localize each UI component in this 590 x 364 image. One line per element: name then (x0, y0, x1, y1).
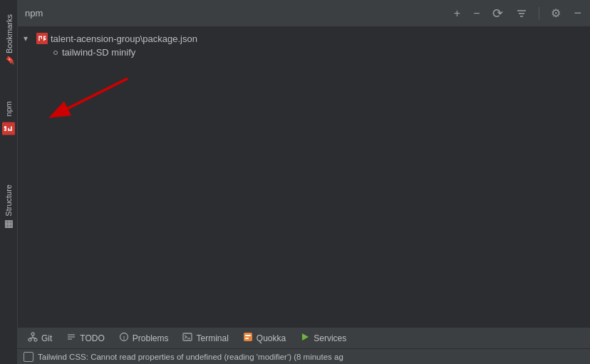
svg-point-21 (31, 333, 34, 336)
svg-rect-3 (8, 128, 9, 131)
structure-icon: ▦ (3, 219, 14, 231)
svg-rect-16 (43, 36, 46, 37)
filter-button[interactable] (514, 6, 529, 21)
svg-marker-37 (302, 333, 309, 340)
sidebar-bookmarks-label: Bookmarks (4, 14, 13, 53)
toolbar-separator (539, 7, 539, 20)
sidebar-tab-npm[interactable]: npm (0, 94, 18, 142)
svg-rect-35 (245, 335, 251, 336)
svg-point-23 (34, 338, 37, 341)
terminal-icon (182, 332, 192, 344)
tree-child-item[interactable]: tailwind-SD minify (18, 46, 590, 59)
tab-services-label: Services (314, 333, 346, 343)
sidebar-tab-bookmarks[interactable]: 🔖 Bookmarks (1, 7, 16, 73)
tab-services[interactable]: Services (294, 329, 352, 347)
sidebar-tab-structure[interactable]: ▦ Structure (0, 177, 17, 238)
problems-icon: ! (119, 332, 129, 344)
tab-git-label: Git (41, 333, 52, 343)
npm-package-icon (36, 33, 48, 44)
tab-quokka-label: Quokka (257, 333, 286, 343)
tab-quokka[interactable]: Quokka (237, 329, 291, 347)
svg-rect-6 (4, 128, 6, 129)
svg-text:!: ! (123, 335, 125, 341)
toolbar-actions: + − ⟳ ⚙ − (452, 4, 583, 23)
tab-problems-label: Problems (133, 333, 169, 343)
script-dot-icon (53, 51, 58, 55)
svg-rect-34 (244, 333, 252, 341)
bookmark-icon: 🔖 (4, 56, 14, 66)
tab-git[interactable]: Git (22, 329, 58, 347)
panel-title: npm (25, 8, 444, 19)
status-text: Tailwind CSS: Cannot read properties of … (38, 353, 343, 361)
services-icon (300, 332, 310, 344)
add-button[interactable]: + (452, 6, 462, 21)
bottom-toolbar: Git TODO ! Problems (18, 327, 590, 348)
npm-toolbar: npm + − ⟳ ⚙ − (18, 0, 590, 27)
npm-tree: ▾ talent-acension-group\package.json tai… (18, 27, 590, 327)
svg-rect-7 (4, 126, 6, 128)
svg-line-26 (33, 338, 36, 338)
collapse-button[interactable]: − (572, 4, 583, 22)
quokka-icon (243, 332, 253, 344)
main-content-area: npm + − ⟳ ⚙ − ▾ (18, 0, 590, 364)
refresh-button[interactable]: ⟳ (491, 4, 504, 23)
settings-button[interactable]: ⚙ (549, 5, 562, 21)
todo-icon (66, 332, 76, 344)
svg-rect-5 (4, 130, 6, 131)
svg-line-25 (30, 338, 33, 338)
sidebar-structure-label: Structure (4, 184, 13, 217)
tab-terminal-label: Terminal (196, 333, 228, 343)
tab-todo[interactable]: TODO (61, 329, 110, 347)
chevron-down-icon: ▾ (24, 33, 33, 43)
svg-rect-36 (245, 338, 249, 339)
sidebar-npm-label: npm (4, 101, 13, 116)
svg-point-22 (29, 338, 31, 341)
git-icon (28, 332, 38, 344)
svg-rect-18 (43, 39, 46, 40)
tab-todo-label: TODO (80, 333, 104, 343)
tree-root-item[interactable]: ▾ talent-acension-group\package.json (18, 31, 590, 46)
svg-rect-17 (44, 38, 46, 38)
svg-rect-14 (41, 36, 42, 39)
status-icon (24, 352, 33, 362)
annotation-arrow (43, 70, 135, 141)
sidebar-panel: 🔖 Bookmarks npm ▦ Structure (0, 0, 18, 364)
npm-icon (2, 122, 15, 135)
svg-line-20 (58, 78, 128, 113)
tab-terminal[interactable]: Terminal (177, 329, 234, 347)
tab-problems[interactable]: ! Problems (113, 329, 175, 347)
package-json-label: talent-acension-group\package.json (51, 33, 197, 44)
script-label: tailwind-SD minify (62, 47, 135, 58)
status-bar: Tailwind CSS: Cannot read properties of … (18, 348, 590, 364)
remove-button[interactable]: − (472, 6, 481, 21)
